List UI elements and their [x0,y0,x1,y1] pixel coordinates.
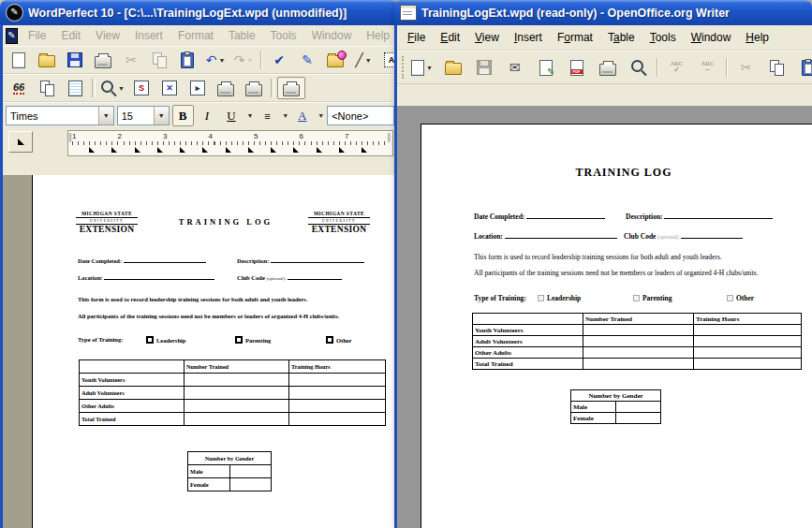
table-cell-empty[interactable] [185,387,289,400]
paste-button[interactable] [792,54,812,81]
open-button[interactable] [437,54,468,81]
paste-button[interactable] [173,49,201,71]
speller-button[interactable]: S [127,77,155,99]
menu-view[interactable]: View [88,27,127,44]
print-document-button[interactable] [240,77,268,99]
menu-edit[interactable]: Edit [53,27,88,44]
menu-table[interactable]: Table [600,29,642,46]
table-cell-empty[interactable] [289,400,386,413]
training-option-other[interactable]: Other [326,336,352,344]
tab-stop-icon[interactable] [362,147,367,153]
table-cell-empty[interactable] [185,374,289,387]
toolbar-drag-handle[interactable] [402,56,404,79]
style-combo[interactable]: <None> [327,106,394,125]
menu-tools[interactable]: Tools [263,27,304,44]
redo-button[interactable]: ↷▼ [229,49,258,71]
menu-file[interactable]: File [21,27,53,44]
table-cell-empty[interactable] [229,478,272,491]
insert-clipart-button[interactable] [321,49,349,71]
new-document-button[interactable]: ▼ [406,54,437,81]
chevron-down-icon[interactable]: ▼ [218,57,225,64]
quickformat-button[interactable]: ✔ [265,49,293,71]
tab-stop-icon[interactable] [339,147,345,153]
line-tool-button[interactable]: ╱▼ [349,49,377,71]
table-cell-empty[interactable] [289,374,386,387]
edit-file-button[interactable] [530,54,561,81]
draw-pen-button[interactable]: ✎ [293,49,321,71]
menu-table[interactable]: Table [221,27,263,44]
table-cell-empty[interactable] [289,413,386,426]
email-button[interactable]: ✉ [499,54,530,81]
location-line[interactable] [104,272,214,280]
menu-tools[interactable]: Tools [642,29,684,46]
oo-document-page[interactable]: TRAINING LOG Date Completed: Description… [421,124,812,528]
table-cell-empty[interactable] [289,387,386,400]
table-cell-empty[interactable] [80,360,185,374]
wp-document-page[interactable]: MICHIGAN STATE UNIVERSITY EXTENSION TRAI… [32,175,397,528]
menu-format[interactable]: Format [550,29,600,46]
underline-button[interactable]: U [221,105,243,126]
copy-button[interactable] [761,54,792,81]
wp-titlebar[interactable]: ✎ WordPerfect 10 - [C:\...\TrainingLogEx… [0,0,397,25]
chevron-down-icon[interactable]: ▼ [118,85,125,92]
tab-stop-icon[interactable] [111,147,117,153]
tab-stop-icon[interactable] [180,147,185,153]
tab-stop-icon[interactable] [248,147,254,153]
menu-window[interactable]: Window [684,29,739,46]
tab-stop-icon[interactable] [293,147,299,153]
club-code-line[interactable] [288,272,342,280]
menu-view[interactable]: View [467,29,507,46]
save-button[interactable] [61,49,89,71]
print-history-button[interactable] [212,77,240,99]
underline-dropdown-icon[interactable]: ▼ [246,112,253,119]
chevron-down-icon[interactable]: ▼ [426,65,433,71]
tab-stop-icon[interactable] [135,147,140,153]
margin-marker-right[interactable]: ║ [386,133,391,141]
tab-stop-icon[interactable] [271,147,276,153]
menu-edit[interactable]: Edit [433,29,467,46]
checkbox-icon[interactable] [146,336,154,344]
checkbox-icon[interactable] [326,336,333,344]
tab-stop-icon[interactable] [226,147,231,153]
menu-window[interactable]: Window [304,27,360,44]
chevron-down-icon[interactable]: ▼ [365,57,372,64]
menu-help[interactable]: Help [738,29,776,46]
menu-format[interactable]: Format [170,27,221,44]
tab-stop-icon[interactable] [317,147,322,153]
wp-document-control-icon[interactable]: ✎ [6,28,18,44]
italic-button[interactable]: I [197,105,218,126]
wp-ruler[interactable]: ║ ║ 1234567 [67,130,393,156]
justification-button[interactable]: ≡ [256,105,277,126]
fit-page-button[interactable]: ✕ [155,77,184,99]
justification-dropdown-icon[interactable]: ▼ [282,112,288,119]
open-button[interactable] [33,49,61,71]
menu-file[interactable]: File [400,29,433,46]
chevron-down-icon[interactable]: ▼ [246,57,253,64]
tab-set-button[interactable] [8,131,33,153]
chevron-down-icon[interactable]: ▼ [154,107,169,125]
close-view-button[interactable]: ▸ [184,77,212,99]
oo-titlebar[interactable]: TrainingLogExt.wpd (read-only) - OpenOff… [394,0,812,25]
print-button[interactable] [592,54,623,81]
table-cell-empty[interactable] [185,413,289,426]
menu-insert[interactable]: Insert [127,27,170,44]
export-pdf-button[interactable] [561,54,592,81]
zoom-button[interactable]: ▼ [98,77,127,99]
table-cell-empty[interactable] [185,400,289,413]
cut-button[interactable]: ✂ [117,49,145,71]
description-line[interactable] [271,256,364,263]
table-cell-empty[interactable] [229,465,272,478]
autospellcheck-button[interactable]: ABC~ [692,54,723,81]
font-color-dropdown-icon[interactable]: ▼ [317,112,324,119]
new-document-button[interactable] [5,49,33,71]
tab-stop-icon[interactable] [157,147,163,153]
font-size-combo[interactable]: 15 ▼ [117,106,170,125]
training-option-leadership[interactable]: Leadership [146,336,185,344]
page-view-button[interactable] [33,77,61,99]
spellcheck-button[interactable]: ABC✓ [661,54,692,81]
chevron-down-icon[interactable]: ▼ [98,107,113,125]
page-preview-button[interactable] [623,54,654,81]
font-name-combo[interactable]: Times ▼ [6,106,114,125]
training-option-parenting[interactable]: Parenting [235,336,271,344]
cut-button[interactable]: ✂ [731,54,761,81]
